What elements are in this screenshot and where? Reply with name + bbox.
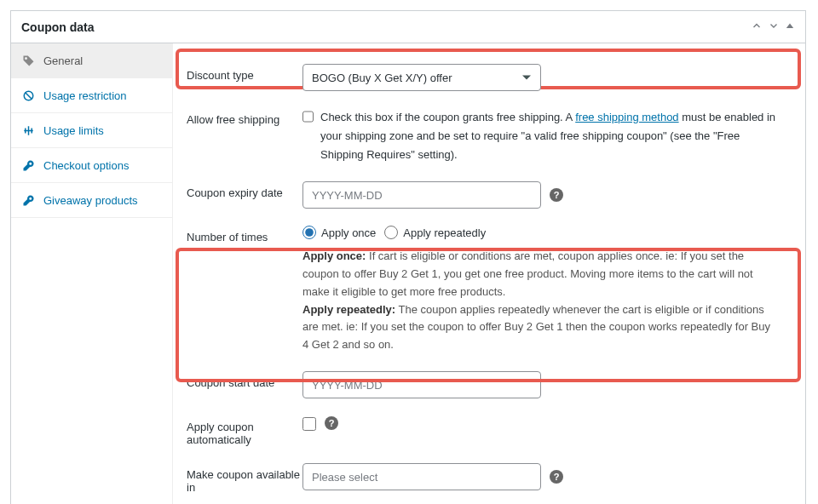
available-in-input[interactable] [302,463,541,490]
wrench-icon [21,158,35,172]
expiry-date-input[interactable] [302,181,541,209]
wrench-icon [21,193,35,207]
discount-type-select[interactable]: BOGO (Buy X Get X/Y) offer [302,64,541,91]
number-of-times-desc: Apply once: If cart is eligible or condi… [302,248,778,354]
main-content: Discount type BOGO (Buy X Get X/Y) offer… [173,43,805,504]
panel-title: Coupon data [21,20,95,34]
sidebar-item-usage-limits[interactable]: Usage limits [11,113,172,148]
sidebar-item-label: Usage limits [43,124,104,137]
free-shipping-help: Check this box if the coupon grants free… [320,108,778,164]
label-apply-auto: Apply coupon automatically [173,415,302,446]
row-available-in: Make coupon available in ? [173,455,792,502]
sidebar-item-general[interactable]: General [11,43,172,78]
row-apply-auto: Apply coupon automatically ? [173,407,792,455]
row-start-date: Coupon start date [173,363,792,407]
label-discount-type: Discount type [173,64,302,82]
radio-apply-once-wrapper[interactable]: Apply once [302,226,376,239]
help-icon[interactable]: ? [550,188,563,202]
sidebar-item-checkout-options[interactable]: Checkout options [11,148,172,183]
sliders-icon [21,123,35,137]
radio-apply-repeatedly-wrapper[interactable]: Apply repeatedly [384,226,486,239]
coupon-data-panel: Coupon data General [10,10,806,504]
radio-apply-repeatedly-label: Apply repeatedly [403,226,486,239]
sidebar-item-usage-restriction[interactable]: Usage restriction [11,78,172,113]
sidebar-item-label: Usage restriction [43,89,127,102]
free-shipping-method-link[interactable]: free shipping method [575,111,678,123]
label-expiry: Coupon expiry date [173,181,302,199]
panel-toggle-icon[interactable] [785,20,795,33]
sidebar-item-label: Giveaway products [43,194,138,207]
panel-header-controls [751,20,795,34]
radio-apply-repeatedly[interactable] [384,226,398,239]
row-free-shipping: Allow free shipping Check this box if th… [173,100,792,173]
row-number-of-times: Number of times Apply once Apply repeate… [173,217,792,363]
label-available-in: Make coupon available in [173,463,302,494]
start-date-input[interactable] [302,371,541,398]
label-start-date: Coupon start date [173,371,302,389]
label-free-shipping: Allow free shipping [173,108,302,126]
tag-icon [21,54,35,67]
help-icon[interactable]: ? [325,416,338,430]
sidebar: General Usage restriction Usage limits C… [11,43,173,504]
svg-line-2 [25,92,32,99]
panel-header: Coupon data [11,11,805,43]
row-discount-type: Discount type BOGO (Buy X Get X/Y) offer [173,55,792,100]
help-icon[interactable]: ? [550,470,563,484]
svg-marker-0 [786,24,793,28]
row-expiry: Coupon expiry date ? [173,173,792,217]
sidebar-item-giveaway-products[interactable]: Giveaway products [11,183,172,218]
sidebar-item-label: General [43,54,83,67]
panel-body: General Usage restriction Usage limits C… [11,43,805,504]
label-number-of-times: Number of times [173,226,302,243]
panel-move-down-icon[interactable] [768,20,780,34]
free-shipping-checkbox[interactable] [302,110,314,123]
radio-apply-once-label: Apply once [321,226,376,239]
apply-auto-checkbox[interactable] [302,417,316,431]
panel-move-up-icon[interactable] [751,20,763,34]
ban-icon [21,89,35,102]
sidebar-item-label: Checkout options [43,159,129,172]
radio-apply-once[interactable] [302,226,316,239]
